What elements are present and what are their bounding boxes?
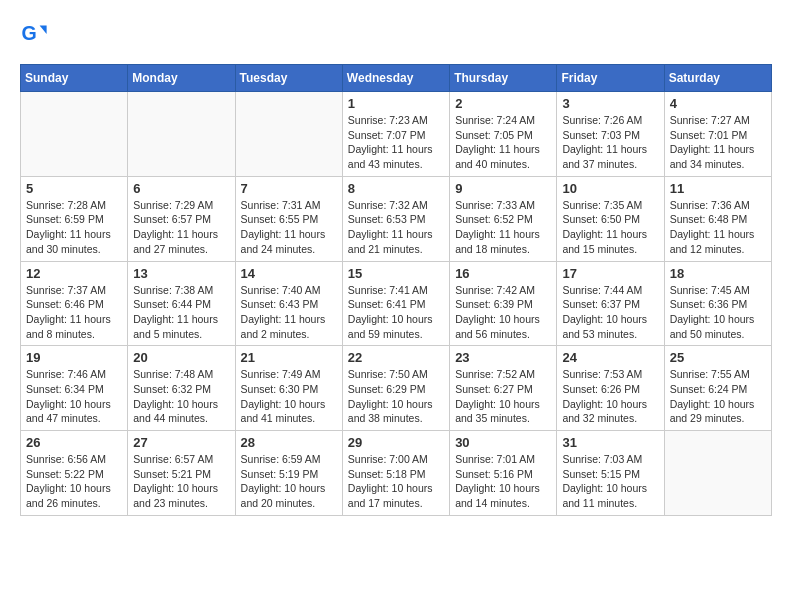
day-number: 7 [241,181,337,196]
day-number: 30 [455,435,551,450]
calendar-cell: 5Sunrise: 7:28 AM Sunset: 6:59 PM Daylig… [21,176,128,261]
day-number: 6 [133,181,229,196]
calendar-cell [21,92,128,177]
calendar-cell [235,92,342,177]
calendar-cell: 7Sunrise: 7:31 AM Sunset: 6:55 PM Daylig… [235,176,342,261]
calendar-cell: 25Sunrise: 7:55 AM Sunset: 6:24 PM Dayli… [664,346,771,431]
day-number: 5 [26,181,122,196]
calendar-cell [128,92,235,177]
day-number: 22 [348,350,444,365]
calendar-cell: 17Sunrise: 7:44 AM Sunset: 6:37 PM Dayli… [557,261,664,346]
calendar-week-row: 26Sunrise: 6:56 AM Sunset: 5:22 PM Dayli… [21,431,772,516]
weekday-header-thursday: Thursday [450,65,557,92]
calendar-cell: 22Sunrise: 7:50 AM Sunset: 6:29 PM Dayli… [342,346,449,431]
calendar-cell: 9Sunrise: 7:33 AM Sunset: 6:52 PM Daylig… [450,176,557,261]
day-info: Sunrise: 6:59 AM Sunset: 5:19 PM Dayligh… [241,452,337,511]
day-number: 25 [670,350,766,365]
day-number: 11 [670,181,766,196]
calendar-cell: 11Sunrise: 7:36 AM Sunset: 6:48 PM Dayli… [664,176,771,261]
day-number: 24 [562,350,658,365]
day-info: Sunrise: 6:56 AM Sunset: 5:22 PM Dayligh… [26,452,122,511]
day-number: 3 [562,96,658,111]
day-info: Sunrise: 6:57 AM Sunset: 5:21 PM Dayligh… [133,452,229,511]
day-info: Sunrise: 7:53 AM Sunset: 6:26 PM Dayligh… [562,367,658,426]
day-info: Sunrise: 7:28 AM Sunset: 6:59 PM Dayligh… [26,198,122,257]
weekday-header-row: SundayMondayTuesdayWednesdayThursdayFrid… [21,65,772,92]
day-number: 17 [562,266,658,281]
day-info: Sunrise: 7:01 AM Sunset: 5:16 PM Dayligh… [455,452,551,511]
day-info: Sunrise: 7:38 AM Sunset: 6:44 PM Dayligh… [133,283,229,342]
calendar-cell: 27Sunrise: 6:57 AM Sunset: 5:21 PM Dayli… [128,431,235,516]
day-number: 26 [26,435,122,450]
day-info: Sunrise: 7:55 AM Sunset: 6:24 PM Dayligh… [670,367,766,426]
calendar-cell: 19Sunrise: 7:46 AM Sunset: 6:34 PM Dayli… [21,346,128,431]
day-info: Sunrise: 7:52 AM Sunset: 6:27 PM Dayligh… [455,367,551,426]
calendar-cell: 14Sunrise: 7:40 AM Sunset: 6:43 PM Dayli… [235,261,342,346]
day-number: 14 [241,266,337,281]
calendar-cell: 30Sunrise: 7:01 AM Sunset: 5:16 PM Dayli… [450,431,557,516]
day-number: 2 [455,96,551,111]
day-info: Sunrise: 7:26 AM Sunset: 7:03 PM Dayligh… [562,113,658,172]
day-number: 8 [348,181,444,196]
day-info: Sunrise: 7:44 AM Sunset: 6:37 PM Dayligh… [562,283,658,342]
calendar-cell: 21Sunrise: 7:49 AM Sunset: 6:30 PM Dayli… [235,346,342,431]
calendar-cell: 26Sunrise: 6:56 AM Sunset: 5:22 PM Dayli… [21,431,128,516]
day-number: 19 [26,350,122,365]
weekday-header-tuesday: Tuesday [235,65,342,92]
day-number: 28 [241,435,337,450]
day-info: Sunrise: 7:49 AM Sunset: 6:30 PM Dayligh… [241,367,337,426]
day-info: Sunrise: 7:32 AM Sunset: 6:53 PM Dayligh… [348,198,444,257]
day-info: Sunrise: 7:24 AM Sunset: 7:05 PM Dayligh… [455,113,551,172]
day-number: 16 [455,266,551,281]
day-info: Sunrise: 7:33 AM Sunset: 6:52 PM Dayligh… [455,198,551,257]
calendar-cell: 18Sunrise: 7:45 AM Sunset: 6:36 PM Dayli… [664,261,771,346]
calendar-cell: 15Sunrise: 7:41 AM Sunset: 6:41 PM Dayli… [342,261,449,346]
day-info: Sunrise: 7:42 AM Sunset: 6:39 PM Dayligh… [455,283,551,342]
weekday-header-saturday: Saturday [664,65,771,92]
calendar-cell: 28Sunrise: 6:59 AM Sunset: 5:19 PM Dayli… [235,431,342,516]
day-number: 13 [133,266,229,281]
calendar-cell: 10Sunrise: 7:35 AM Sunset: 6:50 PM Dayli… [557,176,664,261]
day-info: Sunrise: 7:03 AM Sunset: 5:15 PM Dayligh… [562,452,658,511]
logo-icon: G [20,20,48,48]
calendar-week-row: 1Sunrise: 7:23 AM Sunset: 7:07 PM Daylig… [21,92,772,177]
day-number: 27 [133,435,229,450]
day-number: 23 [455,350,551,365]
calendar-cell: 4Sunrise: 7:27 AM Sunset: 7:01 PM Daylig… [664,92,771,177]
weekday-header-wednesday: Wednesday [342,65,449,92]
calendar-week-row: 5Sunrise: 7:28 AM Sunset: 6:59 PM Daylig… [21,176,772,261]
day-info: Sunrise: 7:31 AM Sunset: 6:55 PM Dayligh… [241,198,337,257]
page-header: G [20,20,772,48]
calendar-cell: 6Sunrise: 7:29 AM Sunset: 6:57 PM Daylig… [128,176,235,261]
calendar-cell: 24Sunrise: 7:53 AM Sunset: 6:26 PM Dayli… [557,346,664,431]
calendar-cell: 13Sunrise: 7:38 AM Sunset: 6:44 PM Dayli… [128,261,235,346]
day-info: Sunrise: 7:36 AM Sunset: 6:48 PM Dayligh… [670,198,766,257]
weekday-header-sunday: Sunday [21,65,128,92]
day-number: 1 [348,96,444,111]
calendar-cell: 20Sunrise: 7:48 AM Sunset: 6:32 PM Dayli… [128,346,235,431]
day-number: 9 [455,181,551,196]
calendar-cell [664,431,771,516]
calendar-table: SundayMondayTuesdayWednesdayThursdayFrid… [20,64,772,516]
calendar-cell: 23Sunrise: 7:52 AM Sunset: 6:27 PM Dayli… [450,346,557,431]
day-number: 31 [562,435,658,450]
day-info: Sunrise: 7:37 AM Sunset: 6:46 PM Dayligh… [26,283,122,342]
calendar-week-row: 19Sunrise: 7:46 AM Sunset: 6:34 PM Dayli… [21,346,772,431]
svg-marker-1 [40,26,47,34]
day-info: Sunrise: 7:40 AM Sunset: 6:43 PM Dayligh… [241,283,337,342]
calendar-cell: 16Sunrise: 7:42 AM Sunset: 6:39 PM Dayli… [450,261,557,346]
day-number: 12 [26,266,122,281]
svg-text:G: G [21,22,36,44]
day-info: Sunrise: 7:35 AM Sunset: 6:50 PM Dayligh… [562,198,658,257]
day-number: 18 [670,266,766,281]
day-info: Sunrise: 7:46 AM Sunset: 6:34 PM Dayligh… [26,367,122,426]
day-info: Sunrise: 7:41 AM Sunset: 6:41 PM Dayligh… [348,283,444,342]
day-number: 15 [348,266,444,281]
weekday-header-friday: Friday [557,65,664,92]
day-info: Sunrise: 7:23 AM Sunset: 7:07 PM Dayligh… [348,113,444,172]
day-info: Sunrise: 7:45 AM Sunset: 6:36 PM Dayligh… [670,283,766,342]
day-number: 10 [562,181,658,196]
calendar-cell: 3Sunrise: 7:26 AM Sunset: 7:03 PM Daylig… [557,92,664,177]
day-info: Sunrise: 7:50 AM Sunset: 6:29 PM Dayligh… [348,367,444,426]
weekday-header-monday: Monday [128,65,235,92]
